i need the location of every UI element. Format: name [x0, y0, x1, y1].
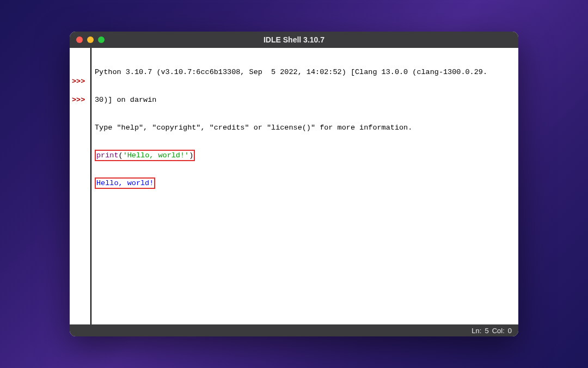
output-line: Hello, world! [95, 179, 515, 188]
banner-line: Python 3.10.7 (v3.10.7:6cc6b13308, Sep 5… [95, 68, 515, 77]
window-title: IDLE Shell 3.10.7 [70, 35, 518, 44]
titlebar: IDLE Shell 3.10.7 [70, 32, 518, 48]
gutter-prompt: >>> [72, 95, 90, 105]
gutter-blank [72, 68, 90, 77]
statusbar: Ln: 5 Col: 0 [70, 324, 518, 336]
shell-content[interactable]: >>> >>> Python 3.10.7 (v3.10.7:6cc6b1330… [70, 48, 518, 324]
maximize-icon[interactable] [98, 36, 105, 43]
shell-text[interactable]: Python 3.10.7 (v3.10.7:6cc6b13308, Sep 5… [91, 48, 518, 324]
input-line: print('Hello, world!') [95, 151, 515, 160]
traffic-lights [76, 36, 105, 43]
gutter-blank [72, 58, 90, 68]
banner-line: 30)] on darwin [95, 95, 515, 105]
status-col-value: 0 [508, 327, 512, 335]
input-string: 'Hello, world!' [123, 151, 189, 160]
gutter-blank [72, 49, 90, 58]
input-paren: ( [119, 151, 123, 160]
output-text: Hello, world! [96, 179, 154, 187]
input-paren: ) [189, 151, 193, 160]
empty-prompt-line[interactable] [95, 206, 515, 216]
status-line-label: Ln: [471, 327, 481, 335]
minimize-icon[interactable] [87, 36, 94, 43]
prompt-gutter: >>> >>> [70, 48, 91, 324]
status-line-value: 5 [485, 327, 488, 335]
idle-window: IDLE Shell 3.10.7 >>> >>> Python 3.10.7 … [70, 32, 518, 336]
status-col-label: Col: [492, 327, 505, 335]
close-icon[interactable] [76, 36, 83, 43]
gutter-prompt: >>> [72, 77, 90, 86]
banner-line: Type "help", "copyright", "credits" or "… [95, 123, 515, 132]
gutter-blank [72, 86, 90, 95]
input-builtin: print [96, 151, 119, 160]
